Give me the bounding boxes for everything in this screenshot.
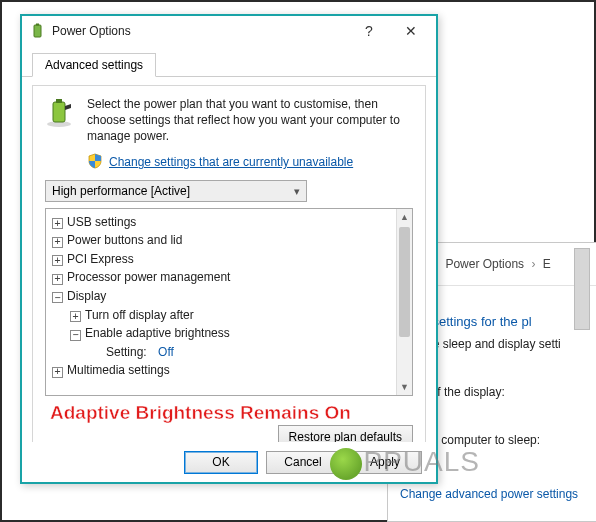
dialog-body: Select the power plan that you want to c… [32, 85, 426, 463]
shield-icon [87, 153, 103, 172]
cancel-button[interactable]: Cancel [266, 451, 340, 474]
breadcrumb-separator: › [527, 257, 539, 271]
window-title: Power Options [52, 24, 348, 38]
expander-plus-icon[interactable]: + [70, 311, 81, 322]
breadcrumb-part: Power Options [445, 257, 524, 271]
titlebar: Power Options ? ✕ [22, 16, 436, 46]
tree-item-multimedia[interactable]: Multimedia settings [67, 361, 170, 380]
breadcrumb-part: E [543, 257, 551, 271]
scroll-thumb[interactable] [399, 227, 410, 337]
setting-label: Setting: [106, 343, 147, 362]
tree-item-adaptive-brightness[interactable]: Enable adaptive brightness [85, 324, 230, 343]
tree-scrollbar[interactable]: ▲ ▼ [396, 209, 412, 395]
background-scrollbar[interactable] [574, 248, 590, 330]
expander-plus-icon[interactable]: + [52, 255, 63, 266]
tabstrip: Advanced settings [22, 46, 436, 77]
power-plan-select[interactable]: High performance [Active] ▾ [45, 180, 307, 202]
svg-rect-3 [53, 102, 65, 122]
tab-advanced-settings[interactable]: Advanced settings [32, 53, 156, 77]
settings-tree: +USB settings +Power buttons and lid +PC… [45, 208, 413, 396]
svg-rect-4 [56, 99, 62, 103]
battery-plan-icon [45, 96, 77, 128]
tree-item-usb[interactable]: USB settings [67, 213, 136, 232]
power-options-dialog: Power Options ? ✕ Advanced settings Sele… [20, 14, 438, 484]
svg-rect-0 [34, 25, 41, 37]
tree-item-display[interactable]: Display [67, 287, 106, 306]
ok-button[interactable]: OK [184, 451, 258, 474]
expander-plus-icon[interactable]: + [52, 218, 63, 229]
scroll-down-icon[interactable]: ▼ [397, 379, 412, 395]
close-button[interactable]: ✕ [390, 17, 432, 45]
chevron-down-icon: ▾ [294, 185, 300, 198]
intro-text: Select the power plan that you want to c… [87, 96, 413, 145]
scroll-up-icon[interactable]: ▲ [397, 209, 412, 225]
tree-item-power-buttons[interactable]: Power buttons and lid [67, 231, 182, 250]
dialog-button-row: OK Cancel Apply [22, 442, 436, 482]
tree-item-processor[interactable]: Processor power management [67, 268, 230, 287]
change-advanced-link[interactable]: Change advanced power settings [400, 487, 596, 501]
expander-minus-icon[interactable]: − [70, 330, 81, 341]
help-button[interactable]: ? [348, 17, 390, 45]
tree-item-pci-express[interactable]: PCI Express [67, 250, 134, 269]
svg-rect-1 [36, 24, 39, 26]
change-unavailable-link[interactable]: Change settings that are currently unava… [109, 155, 353, 169]
expander-plus-icon[interactable]: + [52, 367, 63, 378]
expander-plus-icon[interactable]: + [52, 237, 63, 248]
setting-value[interactable]: Off [158, 343, 174, 362]
tree-item-turn-off-display[interactable]: Turn off display after [85, 306, 194, 325]
expander-plus-icon[interactable]: + [52, 274, 63, 285]
expander-minus-icon[interactable]: − [52, 292, 63, 303]
power-plan-value: High performance [Active] [52, 184, 190, 198]
power-options-icon [30, 23, 46, 39]
apply-button[interactable]: Apply [348, 451, 422, 474]
